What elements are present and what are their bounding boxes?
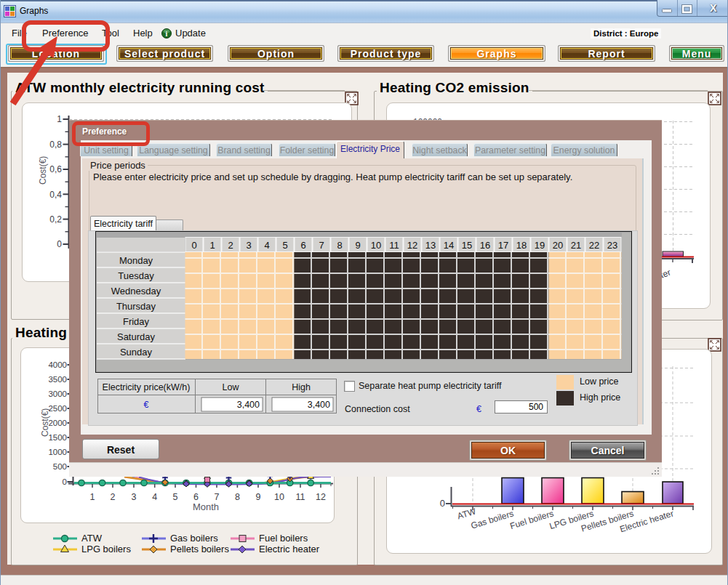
svg-text:15: 15 <box>462 240 472 251</box>
svg-text:13: 13 <box>425 240 436 251</box>
svg-text:4: 4 <box>152 492 157 502</box>
svg-text:0: 0 <box>63 477 67 486</box>
svg-text:10: 10 <box>274 492 284 502</box>
svg-text:2500: 2500 <box>48 404 67 413</box>
svg-text:0,2: 0,2 <box>49 214 62 225</box>
svg-text:Pellets boilers: Pellets boilers <box>170 544 229 554</box>
svg-text:0: 0 <box>57 239 62 249</box>
svg-text:0: 0 <box>440 498 445 509</box>
svg-text:High: High <box>292 382 311 392</box>
svg-text:11: 11 <box>296 492 305 502</box>
svg-text:Month: Month <box>193 501 219 512</box>
svg-text:ATW: ATW <box>456 506 477 521</box>
svg-text:3,400: 3,400 <box>308 400 330 410</box>
svg-text:0,8: 0,8 <box>49 140 62 150</box>
svg-text:19: 19 <box>535 240 545 251</box>
svg-text:5: 5 <box>282 240 287 251</box>
svg-text:2: 2 <box>111 492 116 502</box>
svg-text:1: 1 <box>90 492 95 502</box>
svg-text:Tuesday: Tuesday <box>118 270 154 281</box>
svg-text:Thursday: Thursday <box>116 301 156 312</box>
svg-text:7: 7 <box>319 240 324 251</box>
svg-text:Cost(€): Cost(€) <box>40 408 50 437</box>
svg-text:8: 8 <box>235 492 240 502</box>
svg-text:Electricity price(kW/h): Electricity price(kW/h) <box>103 382 191 392</box>
svg-text:4000: 4000 <box>48 360 67 369</box>
svg-text:5: 5 <box>173 492 178 502</box>
svg-text:12: 12 <box>407 240 417 251</box>
svg-text:Fuel boilers: Fuel boilers <box>508 508 554 531</box>
svg-text:ATW: ATW <box>81 533 103 544</box>
svg-text:9: 9 <box>256 492 261 502</box>
svg-text:3: 3 <box>132 492 137 502</box>
svg-text:18: 18 <box>516 240 527 251</box>
svg-text:Electric heater: Electric heater <box>259 544 320 554</box>
svg-text:22: 22 <box>589 240 599 251</box>
svg-text:2: 2 <box>228 240 233 251</box>
svg-text:1: 1 <box>209 240 215 251</box>
svg-text:Friday: Friday <box>123 316 150 327</box>
svg-text:Sunday: Sunday <box>120 347 153 358</box>
svg-text:4: 4 <box>264 240 269 251</box>
svg-text:23: 23 <box>607 240 617 251</box>
svg-text:1: 1 <box>57 114 62 124</box>
svg-text:12: 12 <box>316 492 326 502</box>
svg-text:Fuel boilers: Fuel boilers <box>259 533 308 544</box>
svg-text:17: 17 <box>498 240 508 251</box>
svg-text:16: 16 <box>480 240 490 251</box>
svg-text:Saturday: Saturday <box>117 331 156 342</box>
svg-text:500: 500 <box>53 462 67 471</box>
svg-text:9: 9 <box>355 240 360 251</box>
svg-text:Low: Low <box>223 382 240 392</box>
svg-text:€: € <box>144 400 149 410</box>
svg-text:21: 21 <box>571 240 581 251</box>
svg-text:Cost(€): Cost(€) <box>38 156 48 185</box>
svg-text:Gas boilers: Gas boilers <box>470 508 515 530</box>
svg-text:6: 6 <box>193 492 199 502</box>
svg-text:LPG boilers: LPG boilers <box>81 544 131 554</box>
svg-text:3000: 3000 <box>48 390 67 398</box>
svg-text:1500: 1500 <box>48 433 67 442</box>
svg-text:3,400: 3,400 <box>237 400 260 410</box>
svg-text:20: 20 <box>553 240 563 251</box>
svg-text:0,4: 0,4 <box>49 190 62 200</box>
svg-text:i: i <box>166 30 168 38</box>
svg-text:0,6: 0,6 <box>49 164 62 174</box>
svg-text:7: 7 <box>215 492 220 502</box>
svg-text:3500: 3500 <box>48 375 67 384</box>
svg-text:0: 0 <box>191 240 196 251</box>
svg-text:6: 6 <box>300 240 305 251</box>
svg-text:14: 14 <box>444 240 454 251</box>
svg-text:10: 10 <box>371 240 381 251</box>
svg-text:Wednesday: Wednesday <box>111 286 161 296</box>
svg-text:11: 11 <box>389 240 399 251</box>
svg-text:1000: 1000 <box>48 448 67 456</box>
svg-text:Monday: Monday <box>119 255 153 266</box>
svg-text:3: 3 <box>246 240 251 251</box>
svg-text:2000: 2000 <box>48 419 67 427</box>
svg-text:8: 8 <box>337 240 342 251</box>
svg-text:Gas boilers: Gas boilers <box>170 533 218 544</box>
